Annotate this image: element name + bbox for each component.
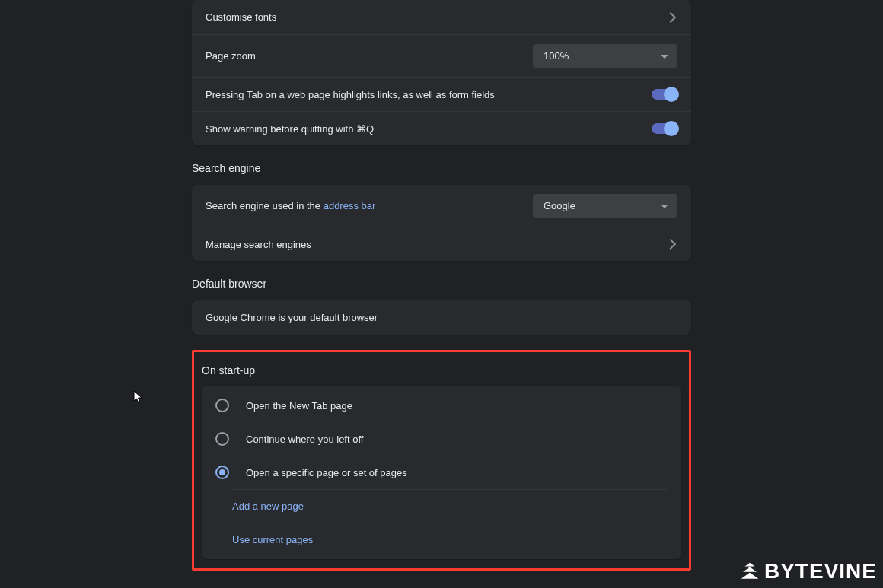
- toggle-knob: [664, 87, 679, 102]
- radio-icon: [215, 399, 229, 412]
- startup-option-specific[interactable]: Open a specific page or set of pages: [202, 456, 681, 489]
- manage-search-engines-row[interactable]: Manage search engines: [192, 227, 691, 261]
- search-engine-title: Search engine: [192, 162, 691, 174]
- startup-highlight: On start-up Open the New Tab page Contin…: [192, 350, 691, 571]
- startup-card: Open the New Tab page Continue where you…: [202, 386, 681, 559]
- manage-search-engines-label: Manage search engines: [206, 239, 667, 250]
- search-engine-select[interactable]: Google: [533, 194, 677, 218]
- customise-fonts-row[interactable]: Customise fonts: [192, 0, 691, 34]
- quit-warning-label: Show warning before quitting with ⌘Q: [206, 123, 652, 135]
- quit-warning-toggle[interactable]: [652, 123, 677, 134]
- startup-title: On start-up: [202, 364, 681, 377]
- startup-newtab-label: Open the New Tab page: [246, 400, 352, 412]
- quit-warning-row: Show warning before quitting with ⌘Q: [192, 111, 691, 145]
- appearance-card: Customise fonts Page zoom 100% Pressing …: [192, 0, 691, 145]
- page-zoom-value: 100%: [544, 50, 569, 62]
- chevron-right-icon: [665, 239, 676, 250]
- tab-highlight-row: Pressing Tab on a web page highlights li…: [192, 77, 691, 111]
- customise-fonts-label: Customise fonts: [206, 11, 667, 23]
- page-zoom-select[interactable]: 100%: [533, 44, 677, 68]
- startup-option-continue[interactable]: Continue where you left off: [202, 422, 681, 456]
- address-bar-link[interactable]: address bar: [324, 200, 376, 211]
- caret-down-icon: [661, 205, 668, 208]
- page-zoom-label: Page zoom: [206, 50, 533, 62]
- caret-down-icon: [661, 55, 668, 59]
- search-engine-used-label: Search engine used in the address bar: [206, 200, 533, 211]
- default-browser-card: Google Chrome is your default browser: [192, 300, 691, 335]
- chevron-right-icon: [665, 11, 676, 22]
- radio-icon: [215, 432, 229, 446]
- toggle-knob: [664, 121, 679, 136]
- logo-icon: [740, 561, 760, 581]
- default-browser-row: Google Chrome is your default browser: [192, 300, 691, 335]
- tab-highlight-toggle[interactable]: [652, 89, 677, 100]
- startup-continue-label: Continue where you left off: [246, 434, 363, 445]
- search-engine-used-row: Search engine used in the address bar Go…: [192, 185, 691, 227]
- search-engine-card: Search engine used in the address bar Go…: [192, 185, 691, 261]
- use-current-pages-action[interactable]: Use current pages: [232, 523, 668, 556]
- startup-specific-label: Open a specific page or set of pages: [246, 467, 407, 478]
- settings-content: Customise fonts Page zoom 100% Pressing …: [192, 0, 691, 571]
- watermark-text: BYTEVINE: [764, 559, 877, 583]
- startup-option-newtab[interactable]: Open the New Tab page: [202, 389, 681, 422]
- tab-highlight-label: Pressing Tab on a web page highlights li…: [206, 89, 652, 100]
- default-browser-message: Google Chrome is your default browser: [206, 312, 677, 323]
- startup-subactions: Add a new page Use current pages: [232, 489, 668, 556]
- search-engine-used-prefix: Search engine used in the: [206, 200, 324, 211]
- search-engine-value: Google: [544, 200, 575, 211]
- page-zoom-row: Page zoom 100%: [192, 34, 691, 77]
- radio-icon-selected: [215, 466, 229, 479]
- cursor-icon: [133, 390, 145, 407]
- default-browser-title: Default browser: [192, 278, 691, 290]
- add-new-page-action[interactable]: Add a new page: [232, 489, 668, 523]
- watermark: BYTEVINE: [740, 559, 877, 583]
